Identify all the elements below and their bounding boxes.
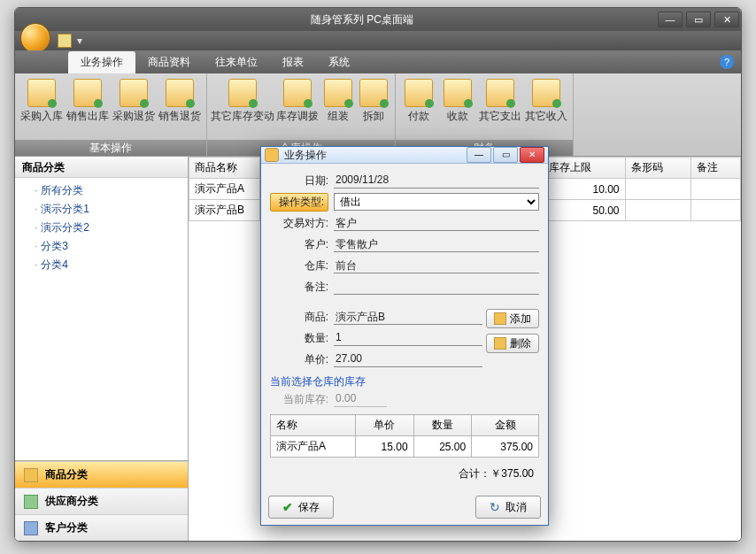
ribbon-sales-return[interactable]: 销售退货	[157, 75, 203, 138]
col-note[interactable]: 备注	[690, 158, 740, 179]
ribbon: 采购入库 销售出库 采购退货 销售退货 基本操作 其它库存变动 库存调拨 组装 …	[15, 73, 741, 157]
purchase-return-icon	[120, 79, 148, 107]
left-nav-header: 商品分类	[15, 157, 188, 178]
tab-contacts[interactable]: 往来单位	[203, 51, 270, 73]
ribbon-tabs: 业务操作 商品资料 往来单位 报表 系统 ?	[15, 50, 741, 73]
tree-item[interactable]: 演示分类1	[22, 200, 181, 219]
ribbon-other-stock[interactable]: 其它库存变动	[211, 75, 274, 138]
ribbon-purchase-in[interactable]: 采购入库	[19, 75, 65, 138]
warehouse-field[interactable]: 前台	[334, 258, 539, 273]
items-table: 名称 单价 数量 金额 演示产品A 15.00 25.00 375.00	[270, 414, 539, 458]
table-row[interactable]: 演示产品A 15.00 25.00 375.00	[271, 436, 539, 458]
save-button[interactable]: ✔保存	[268, 496, 334, 519]
business-operation-dialog: 业务操作 — ▭ ✕ 日期:2009/11/28 操作类型:借出 交易对方:客户…	[260, 146, 549, 526]
col-name[interactable]: 商品名称	[189, 158, 260, 179]
dialog-minimize-button[interactable]: —	[467, 147, 491, 163]
ribbon-group-warehouse: 其它库存变动 库存调拨 组装 拆卸 仓库操作	[207, 73, 396, 156]
nav-stack: 商品分类 供应商分类 客户分类	[15, 460, 188, 541]
other-expense-icon	[486, 79, 514, 107]
col-upper[interactable]: 库存上限	[544, 158, 626, 179]
sales-out-icon	[73, 79, 102, 107]
add-icon	[494, 312, 506, 325]
ribbon-group-title-basic: 基本操作	[15, 140, 206, 156]
person-icon	[24, 521, 38, 535]
tree-item[interactable]: 所有分类	[22, 181, 181, 200]
nav-customers[interactable]: 客户分类	[15, 514, 188, 541]
disassemble-icon	[359, 79, 388, 107]
dialog-title: 业务操作	[284, 148, 467, 163]
warehouse-label: 仓库:	[270, 258, 328, 273]
app-orb-icon[interactable]	[20, 23, 50, 53]
party-field[interactable]: 客户	[334, 215, 539, 231]
qty-label: 数量:	[270, 331, 328, 346]
note-field[interactable]	[334, 279, 539, 295]
close-button[interactable]: ✕	[714, 12, 739, 27]
customer-field[interactable]: 零售散户	[334, 236, 539, 252]
left-nav: 商品分类 所有分类 演示分类1 演示分类2 分类3 分类4 商品分类 供应商分类…	[15, 157, 189, 541]
price-label: 单价:	[270, 352, 328, 367]
qty-field[interactable]: 1	[334, 330, 482, 346]
quick-open-icon[interactable]	[58, 34, 72, 48]
price-field[interactable]: 27.00	[334, 351, 482, 367]
ribbon-other-expense[interactable]: 其它支出	[477, 75, 523, 138]
ribbon-group-basic: 采购入库 销售出库 采购退货 销售退货 基本操作	[15, 73, 207, 156]
product-label: 商品:	[270, 310, 328, 325]
refresh-icon: ↻	[490, 500, 500, 514]
tree-item[interactable]: 分类4	[22, 256, 181, 274]
ribbon-receive[interactable]: 收款	[438, 75, 477, 138]
total-row: 合计：￥375.00	[270, 458, 539, 485]
customer-label: 客户:	[270, 237, 328, 252]
dialog-close-button[interactable]: ✕	[520, 147, 544, 163]
delete-icon	[494, 337, 506, 350]
dialog-footer: ✔保存 ↻取消	[261, 490, 548, 527]
cancel-button[interactable]: ↻取消	[475, 496, 541, 519]
other-stock-icon	[228, 79, 257, 107]
dialog-icon	[265, 148, 279, 162]
ribbon-sales-out[interactable]: 销售出库	[65, 75, 111, 138]
add-item-button[interactable]: 添加	[486, 309, 539, 328]
col-barcode[interactable]: 条形码	[625, 158, 690, 179]
assemble-icon	[324, 79, 352, 107]
help-icon[interactable]: ?	[720, 55, 734, 69]
window-title: 随身管系列 PC桌面端	[68, 12, 656, 27]
dialog-body: 日期:2009/11/28 操作类型:借出 交易对方:客户 客户:零售散户 仓库…	[261, 164, 548, 490]
ribbon-other-income[interactable]: 其它收入	[523, 75, 569, 138]
date-label: 日期:	[270, 173, 328, 189]
sales-return-icon	[166, 79, 194, 107]
product-field[interactable]: 演示产品B	[334, 309, 482, 325]
ribbon-transfer[interactable]: 库存调拨	[274, 75, 320, 138]
other-income-icon	[532, 79, 560, 107]
tree-item[interactable]: 分类3	[22, 237, 181, 256]
date-field[interactable]: 2009/11/28	[334, 173, 539, 189]
type-label: 操作类型:	[270, 193, 328, 212]
dialog-titlebar[interactable]: 业务操作 — ▭ ✕	[261, 147, 548, 164]
receive-icon	[444, 79, 472, 107]
titlebar: 随身管系列 PC桌面端 — ▭ ✕	[15, 8, 741, 31]
minimize-button[interactable]: —	[658, 12, 683, 27]
operation-type-select[interactable]: 借出	[334, 193, 539, 211]
check-icon: ✔	[282, 500, 293, 514]
truck-icon	[24, 495, 38, 509]
tab-business[interactable]: 业务操作	[68, 51, 135, 73]
ribbon-disassemble[interactable]: 拆卸	[356, 75, 391, 138]
category-tree: 所有分类 演示分类1 演示分类2 分类3 分类4	[15, 178, 188, 460]
nav-products[interactable]: 商品分类	[15, 461, 188, 488]
ribbon-assemble[interactable]: 组装	[320, 75, 356, 138]
tab-reports[interactable]: 报表	[270, 51, 316, 73]
transfer-icon	[283, 79, 312, 107]
quick-access-bar: ▾	[15, 31, 741, 50]
delete-item-button[interactable]: 删除	[486, 334, 539, 353]
pay-icon	[405, 79, 433, 107]
nav-suppliers[interactable]: 供应商分类	[15, 488, 188, 514]
tab-system[interactable]: 系统	[316, 51, 362, 73]
dialog-maximize-button[interactable]: ▭	[493, 147, 518, 163]
party-label: 交易对方:	[270, 216, 328, 231]
ribbon-pay[interactable]: 付款	[399, 75, 438, 138]
maximize-button[interactable]: ▭	[686, 12, 711, 27]
tree-item[interactable]: 演示分类2	[22, 219, 181, 237]
ribbon-purchase-return[interactable]: 采购退货	[111, 75, 157, 138]
stock-section-header: 当前选择仓库的库存	[270, 374, 539, 389]
tab-products[interactable]: 商品资料	[135, 51, 203, 73]
table-header: 名称 单价 数量 金额	[271, 415, 539, 436]
note-label: 备注:	[270, 280, 328, 295]
